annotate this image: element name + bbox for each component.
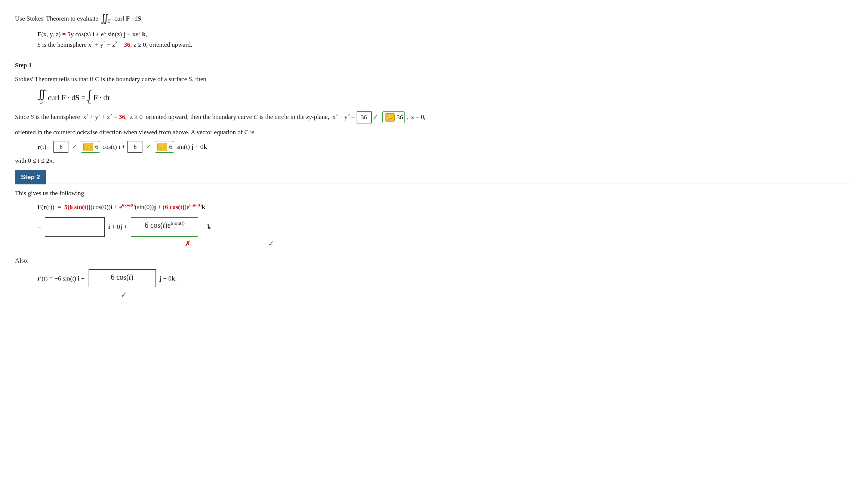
since-36-red: 36 [119,113,125,120]
step1-intro: Stokes' Theorem tells us that if C is th… [15,74,853,84]
r-key-box-2[interactable]: 🔑6 [155,141,174,153]
step1-section: Step 1 Stokes' Theorem tells us that if … [15,60,853,166]
check-bottom-row: ✓ [120,289,853,301]
comma-z0: , z = 0, [405,113,425,120]
r-check-green-1: ✓ [72,141,77,152]
with-t-line: with 0 ≤ t ≤ 2π. [15,156,853,166]
f-rt-line: F(r(t)) = 5(6 sin(t))(cos(0))i + e6 cos(… [37,202,853,212]
step2-label: Step 2 [15,170,46,184]
r-eq-label: r(t) = [37,142,51,152]
empty-answer-box[interactable] [45,217,105,237]
r-prime-label: r′(t) = −6 sin(t) i + [37,273,85,284]
theorem-rhs-integral: ∫ C [88,89,91,106]
oriented-text: oriented in the counterclockwise directi… [15,129,255,136]
also-line: Also, [15,255,853,266]
step2-divider [46,184,853,184]
step2-section: Step 2 This gives us the following. F(r(… [15,170,853,301]
theorem-curl-text: curl F · dS = [48,92,86,104]
k-bold: k [207,222,211,233]
f-args: (x, y, z) = [41,31,67,38]
problem-statement: Use Stokes' Theorem to evaluate ∬ S curl… [15,11,853,50]
rt-formula: r(t) = 6 ✓ 🔑6 cos(t) i + 6 ✓ 🔑6 sin(t) j… [37,141,853,153]
s-36: 36 [124,41,130,48]
theorem-c-sub: C [88,98,91,106]
key-icon-1: 🔑 [385,113,395,122]
theorem-display: ∬ S curl F · dS = ∫ C F · dr [37,89,853,106]
equals-formula-line: = i + 0j + 6 cos(t)e6 sin(t) k [37,217,853,237]
with-t-text: with 0 ≤ t ≤ 2π. [15,157,54,164]
since-paragraph: Since S is the hemisphere x2 + y2 + z2 =… [15,111,853,123]
step2-intro-text: This gives us the following. [15,190,86,197]
check-icon-step2: ✓ [268,238,274,249]
key-icon-3: 🔑 [157,143,167,151]
cross-check-row: ✗ ✓ [112,238,853,249]
theorem-lhs-integral: ∬ S [37,89,46,106]
step2-content: This gives us the following. F(r(t)) = 5… [15,188,853,301]
r-box-2[interactable]: 6 [127,141,142,153]
large-green-box[interactable]: 6 cos(t)e6 sin(t) [131,217,198,237]
key-value-2: 6 [95,142,98,152]
curl-text: curl F · dS. [113,13,143,24]
s-text: S is the hemisphere x2 + y2 + z2 = [37,41,124,48]
double-integral-symbol: ∬ [101,13,109,24]
check-green-1: ✓ [373,113,378,121]
f-bold: F [37,31,41,38]
s-rest: , z ≥ 0, oriented upward. [130,41,192,48]
intro-text: Use Stokes' Theorem to evaluate [15,13,98,24]
step1-label: Step 1 [15,62,32,69]
r-key-box-1[interactable]: 🔑6 [81,141,100,153]
step2-header: Step 2 [15,170,853,184]
check-bottom: ✓ [121,291,127,299]
s-definition-line: S is the hemisphere x2 + y2 + z2 = 36, z… [37,40,853,50]
equals-sign: = [37,222,41,232]
since-text: Since S is the hemisphere x2 + y2 + z2 = [15,113,119,120]
f-rt-label: F(r(t)) = 5(6 sin(t))(cos(0))i + e6 cos(… [37,202,205,212]
cross-icon: ✗ [185,238,191,249]
r-prime-box[interactable]: 6 cos(t) [89,269,156,287]
r-prime-line: r′(t) = −6 sin(t) i + 6 cos(t) j + 0k. [37,269,853,287]
key-icon-2: 🔑 [83,143,93,151]
key-value-3: 6 [169,142,172,152]
f-definition: F(x, y, z) = 5y cos(z) i + ex sin(z) j +… [37,29,853,49]
r-check-green-2: ✓ [146,141,151,152]
step2-intro: This gives us the following. [15,188,853,198]
f-rest: y cos(z) i + ex sin(z) j + xey k, [71,31,147,38]
integral-sub-s: S [108,17,111,25]
answer-box-key-36-1[interactable]: 🔑36 [382,111,405,123]
r-prime-box-content: 6 cos(t) [111,273,133,281]
step1-intro-text: Stokes' Theorem tells us that if C is th… [15,76,206,83]
theorem-rhs-text: F · dr [93,92,110,104]
coeff-5: 5 [67,31,71,38]
large-box-content: 6 cos(t)e6 sin(t) [145,221,185,229]
i-0j-text: i + 0j + [108,222,127,232]
r-cos-text: cos(t) i + [102,142,126,152]
r-prime-end: j + 0k. [160,273,177,284]
r-sin-text: sin(t) j + 0k [176,142,207,152]
also-text: Also, [15,257,28,264]
key-value-1: 36 [397,112,403,122]
intro-line: Use Stokes' Theorem to evaluate ∬ S curl… [15,11,853,25]
r-box-1[interactable]: 6 [53,141,68,153]
oriented-paragraph: oriented in the counterclockwise directi… [15,127,853,137]
answer-box-36-1[interactable]: 36 [357,111,372,123]
since-mid: , z ≥ 0 oriented upward, then the bounda… [125,113,357,120]
f-line: F(x, y, z) = 5y cos(z) i + ex sin(z) j +… [37,29,853,39]
theorem-s-sub: S [40,98,43,106]
